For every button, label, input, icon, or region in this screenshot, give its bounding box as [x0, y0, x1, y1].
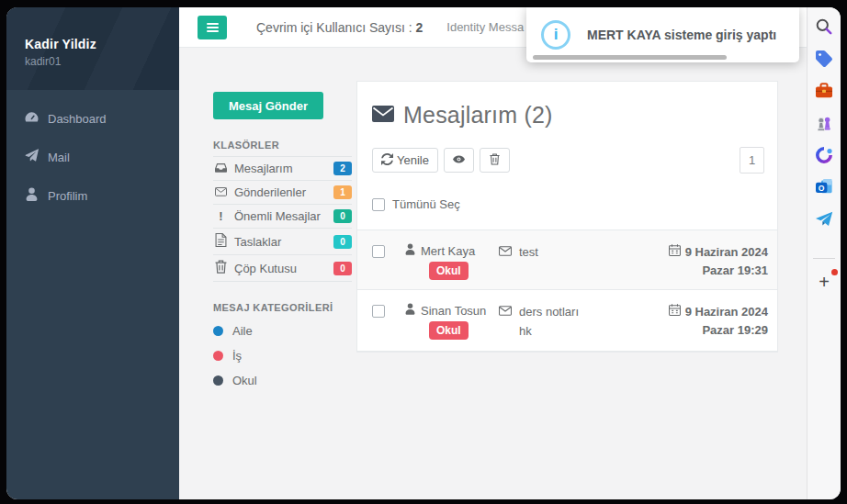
message-row[interactable]: Mert Kaya Okul test 9 Haziran 2024 — [357, 230, 777, 290]
outlook-icon[interactable]: O — [814, 177, 834, 197]
folder-count-badge: 0 — [333, 262, 352, 275]
app-window: Kadir Yildiz kadir01 Dashboard Mail Pr — [6, 7, 841, 499]
folder-list: Mesajlarım 2 Gönderilenler 1 ! Önemli Me… — [213, 156, 352, 282]
category-item-is[interactable]: İş — [213, 343, 352, 368]
sender-name: Mert Kaya — [421, 244, 475, 258]
category-dot — [213, 326, 223, 336]
toast-progress-bar — [533, 55, 727, 60]
category-item-okul[interactable]: Okul — [213, 368, 352, 393]
select-all-row: Tümünü Seç — [357, 174, 777, 230]
plus-icon: + — [819, 273, 830, 291]
message-row[interactable]: Sinan Tosun Okul ders notları hk 9 Hazir… — [357, 290, 777, 352]
folders-heading: KLASÖRLER — [213, 140, 352, 151]
exclamation-icon: ! — [215, 209, 227, 223]
toast-message: MERT KAYA sisteme giriş yaptı — [587, 28, 776, 42]
row-checkbox[interactable] — [372, 305, 385, 318]
category-badge: Okul — [429, 262, 469, 280]
refresh-button[interactable]: Yenile — [372, 148, 438, 173]
search-icon[interactable] — [814, 17, 834, 37]
eye-icon — [453, 153, 465, 168]
notification-dot — [831, 269, 838, 275]
toolbox-icon[interactable] — [814, 81, 834, 101]
microsoft-365-icon[interactable] — [814, 145, 834, 165]
sender-name: Sinan Tosun — [421, 304, 486, 318]
trash-icon — [215, 260, 227, 276]
svg-text:O: O — [819, 184, 825, 193]
profile-block[interactable]: Kadir Yildiz kadir01 — [6, 7, 179, 90]
toast-notification[interactable]: i MERT KAYA sisteme giriş yaptı — [526, 7, 799, 62]
envelope-icon — [215, 185, 227, 199]
message-time: Pazar 19:31 — [669, 262, 768, 280]
mailbox-sidebar: Mesaj Gönder KLASÖRLER Mesajlarım 2 Gönd… — [213, 92, 352, 393]
message-subject: ders notları hk — [519, 303, 585, 342]
view-button[interactable] — [444, 148, 474, 173]
inbox-icon — [215, 162, 227, 175]
sidebar: Kadir Yildiz kadir01 Dashboard Mail Pr — [6, 7, 179, 499]
sidebar-nav: Dashboard Mail Profilim — [6, 99, 179, 215]
online-users-count: 2 — [416, 20, 424, 35]
category-list: Aile İş Okul — [213, 319, 352, 393]
toolbar: Yenile 1 — [357, 129, 777, 174]
folder-item-important[interactable]: ! Önemli Mesajlar 0 — [213, 205, 352, 229]
trash-icon — [489, 153, 501, 168]
file-icon — [215, 233, 227, 250]
folder-item-trash[interactable]: Çöp Kutusu 0 — [213, 255, 352, 282]
row-checkbox[interactable] — [372, 245, 385, 258]
user-icon — [405, 243, 415, 258]
message-time: Pazar 19:29 — [669, 321, 768, 340]
category-dot — [213, 375, 223, 386]
folder-item-inbox[interactable]: Mesajlarım 2 — [213, 157, 352, 181]
user-icon — [25, 187, 39, 204]
categories-heading: MESAJ KATEGORİLERİ — [213, 302, 352, 313]
brand-text: Identity Messa — [446, 20, 524, 34]
folder-count-badge: 0 — [333, 235, 352, 249]
sidebar-item-label: Dashboard — [48, 112, 107, 126]
profile-name: Kadir Yildiz — [25, 37, 179, 51]
sidebar-divider — [813, 258, 835, 259]
calendar-icon — [669, 243, 681, 262]
info-icon: i — [541, 20, 570, 50]
content-area: Mesaj Gönder KLASÖRLER Mesajlarım 2 Gönd… — [179, 48, 807, 499]
add-button[interactable]: + — [814, 272, 834, 292]
online-users-text: Çevrim içi Kullanıcı Sayısı : 2 — [256, 20, 423, 35]
user-icon — [405, 303, 415, 318]
shopping-tag-icon[interactable] — [814, 49, 834, 69]
message-rows: Mert Kaya Okul test 9 Haziran 2024 — [357, 230, 777, 352]
page-title: Mesajlarım (2) — [403, 102, 553, 129]
profile-username: kadir01 — [25, 55, 179, 68]
message-subject: test — [519, 243, 585, 263]
dashboard-icon — [25, 110, 39, 127]
category-badge: Okul — [429, 321, 469, 340]
folder-count-badge: 0 — [333, 209, 352, 223]
page-number-button[interactable]: 1 — [740, 147, 764, 174]
message-date: 9 Haziran 2024 — [685, 243, 768, 262]
folder-item-sent[interactable]: Gönderilenler 1 — [213, 181, 352, 205]
folder-count-badge: 1 — [333, 185, 352, 199]
sidebar-item-label: Mail — [48, 151, 70, 164]
paper-plane-icon — [25, 149, 39, 165]
envelope-icon — [499, 303, 512, 342]
browser-sidebar: O + — [807, 7, 841, 499]
delete-button[interactable] — [480, 148, 510, 173]
hamburger-menu-button[interactable] — [198, 16, 227, 39]
message-date: 9 Haziran 2024 — [685, 303, 768, 321]
sidebar-item-dashboard[interactable]: Dashboard — [6, 99, 179, 138]
compose-message-button[interactable]: Mesaj Gönder — [213, 92, 323, 119]
category-item-aile[interactable]: Aile — [213, 319, 352, 343]
main-area: Çevrim içi Kullanıcı Sayısı : 2 Identity… — [179, 7, 807, 499]
refresh-icon — [381, 153, 393, 168]
envelope-filled-icon — [372, 106, 394, 126]
folder-count-badge: 2 — [333, 162, 352, 175]
calendar-icon — [669, 303, 681, 321]
sidebar-item-label: Profilim — [48, 189, 87, 203]
send-plane-icon[interactable] — [814, 209, 834, 230]
message-list-card: Mesajlarım (2) Yenile 1 — [356, 81, 778, 353]
category-dot — [213, 351, 223, 361]
envelope-icon — [499, 243, 512, 263]
folder-item-drafts[interactable]: Taslaklar 0 — [213, 229, 352, 255]
sidebar-item-profile[interactable]: Profilim — [6, 176, 179, 215]
select-all-label: Tümünü Seç — [392, 197, 460, 211]
games-icon[interactable] — [814, 113, 834, 133]
select-all-checkbox[interactable] — [372, 198, 385, 211]
sidebar-item-mail[interactable]: Mail — [6, 138, 179, 176]
